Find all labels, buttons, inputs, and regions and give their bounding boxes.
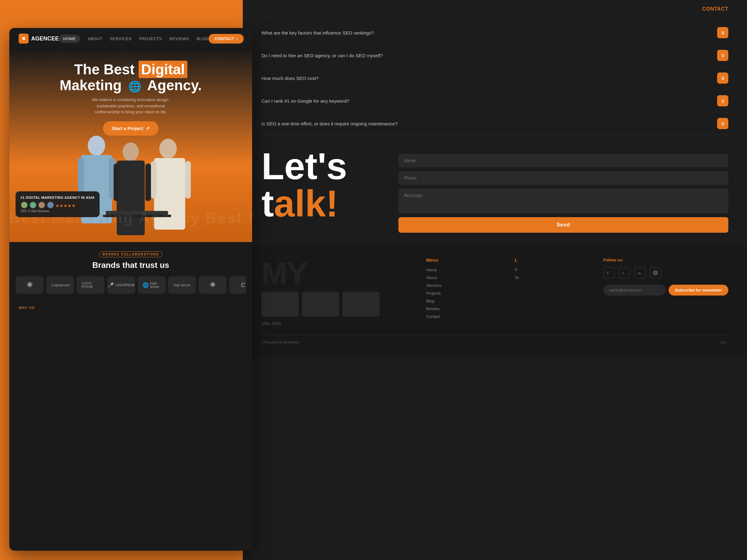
linkedin-icon[interactable]: in (634, 267, 646, 278)
message-textarea[interactable] (398, 189, 728, 213)
contact-form: Send (398, 148, 728, 233)
footer-menu-home[interactable]: Home (426, 268, 503, 272)
footer-menu-contact[interactable]: Contact (426, 314, 503, 319)
svg-point-8 (159, 139, 177, 159)
hero-section: The Best Digital Maketing 🌐 Agency. We b… (9, 49, 252, 242)
brand-logo: 🌐 logo-ipsum (137, 276, 165, 294)
footer-link-te[interactable]: Te (515, 275, 591, 280)
svg-rect-10 (151, 161, 157, 198)
faq-item[interactable]: How much does SEO cost? ∨ (261, 67, 728, 89)
arrow-icon: ↗ (146, 126, 150, 131)
avatar (29, 201, 37, 209)
faq-question: How much does SEO cost? (261, 76, 318, 81)
hero-title: The Best Digital Maketing 🌐 Agency. (60, 61, 202, 93)
footer-menu-projects[interactable]: Projects (426, 291, 503, 296)
footer-menu-title: Menu (426, 258, 503, 263)
nav-projects[interactable]: PROJECTS (139, 36, 162, 41)
logo-icon: ✖ (19, 34, 29, 44)
reviews-count: 200+ 5 Star Reviews (21, 209, 95, 213)
avatar (21, 201, 28, 209)
hero-highlight: Digital (138, 61, 187, 78)
brands-title: Brands that trust us (16, 260, 246, 270)
nav-contact-button[interactable]: CONTACT › (209, 34, 244, 44)
footer-link-p[interactable]: P (515, 268, 591, 272)
footer-copy2: Sub... (719, 340, 728, 344)
faq-toggle-icon[interactable]: ∨ (717, 118, 728, 129)
footer-address: USA, 2141 (261, 321, 414, 326)
thumbnail (342, 292, 380, 317)
footer-menu: Menu Home About Services Projects Blog R… (426, 258, 503, 326)
newsletter-subscribe-button[interactable]: Subscribe for newsletter (669, 285, 728, 296)
nav-blog[interactable]: BLOG (197, 36, 209, 41)
footer-follow-column: Follow us: f t in (603, 258, 728, 326)
footer-menu-review[interactable]: Review (426, 306, 503, 311)
svg-point-4 (123, 142, 139, 161)
logos-row: ✳ Logoipsum LOGO IPSUM 🎤 LOGOIPSUM 🌐 log… (16, 276, 246, 294)
footer-links: L P Te (515, 258, 591, 326)
footer-menu-services[interactable]: Services (426, 283, 503, 288)
footer-links-title: L (515, 258, 591, 263)
faq-item[interactable]: Can I rank #1 on Google for any keyword?… (261, 89, 728, 112)
faq-toggle-icon[interactable]: ∨ (717, 95, 728, 106)
badge-title: #1 DIGITAL MARKETING AGENCY IN ASIA (21, 196, 95, 199)
left-panel: ✖ AGENCEE HOME ABOUT SERVICES PROJECTS R… (9, 28, 252, 551)
footer-menu-about[interactable]: About (426, 275, 503, 280)
avatar (47, 201, 54, 209)
newsletter-input[interactable] (603, 285, 666, 296)
svg-rect-11 (185, 161, 191, 198)
avatar (38, 201, 46, 209)
faq-toggle-icon[interactable]: ∨ (717, 73, 728, 84)
faq-toggle-icon[interactable]: ∨ (717, 27, 728, 38)
facebook-icon[interactable]: f (603, 267, 614, 278)
nav-home[interactable]: HOME (59, 34, 80, 43)
name-input[interactable] (398, 154, 728, 167)
brand-logo: ✳ (199, 276, 227, 294)
thumbnail (261, 292, 299, 317)
twitter-icon[interactable]: t (619, 267, 630, 278)
logo[interactable]: ✖ AGENCEE (19, 34, 59, 44)
svg-rect-7 (145, 164, 151, 201)
brand-logo: Logoipsum (46, 276, 74, 294)
footer-top: MY USA, 2141 Menu Home About Services Pr… (261, 258, 728, 326)
talk-heading: Let's talk! (261, 148, 386, 233)
newsletter-row: Subscribe for newsletter (603, 285, 728, 296)
send-button[interactable]: Send (398, 217, 728, 233)
brands-section: BRANDS COLLABORATIONS Brands that trust … (9, 242, 252, 303)
contact-nav-button[interactable]: CONTACT (702, 6, 728, 12)
instagram-icon[interactable] (650, 267, 661, 278)
badge-avatars: ★★★★★ (21, 201, 95, 209)
faq-question: Do I need to hire an SEO agency, or can … (261, 53, 383, 58)
faq-section: What are the key factors that influence … (243, 18, 747, 135)
hero-subtitle: We believe in combining innovative desig… (84, 97, 177, 115)
star-rating: ★★★★★ (55, 203, 76, 209)
mic-icon: 🎤 (108, 282, 114, 288)
svg-text:t: t (622, 271, 624, 275)
faq-item[interactable]: Do I need to hire an SEO agency, or can … (261, 44, 728, 67)
svg-point-0 (88, 136, 105, 156)
brand-logo: C (229, 276, 246, 294)
nav-reviews[interactable]: REVIEWS (169, 36, 189, 41)
nav-about[interactable]: ABOUT (88, 36, 102, 41)
right-panel: CONTACT What are the key factors that in… (243, 0, 747, 560)
brand-logo: LOGO IPSUM (77, 276, 105, 294)
nav-services[interactable]: SERVICES (110, 36, 132, 41)
faq-item[interactable]: What are the key factors that influence … (261, 22, 728, 44)
footer: MY USA, 2141 Menu Home About Services Pr… (243, 245, 747, 356)
footer-menu-blog[interactable]: Blog (426, 299, 503, 303)
talk-section: Let's talk! Send (243, 135, 747, 245)
copyright-text: ©Template by BeatMerdi (261, 340, 299, 344)
faq-toggle-icon[interactable]: ∨ (717, 50, 728, 61)
asterisk-icon: ✳ (26, 281, 33, 289)
footer-watermark: MY (261, 258, 414, 289)
hero-cta-button[interactable]: Start a Project ↗ (103, 121, 159, 136)
social-icons-row: f t in (603, 267, 728, 278)
nav-links: HOME ABOUT SERVICES PROJECTS REVIEWS BLO… (59, 34, 209, 43)
asterisk-icon: ✳ (210, 281, 215, 289)
brand-logo: ✳ (16, 276, 44, 294)
talk-text: Let's talk! (261, 148, 386, 222)
faq-item[interactable]: Is SEO a one-time effort, or does it req… (261, 112, 728, 135)
phone-input[interactable] (398, 171, 728, 185)
faq-question: What are the key factors that influence … (261, 30, 374, 35)
badge-card: #1 DIGITAL MARKETING AGENCY IN ASIA ★★★★… (16, 191, 100, 217)
globe-icon: 🌐 (128, 81, 141, 92)
